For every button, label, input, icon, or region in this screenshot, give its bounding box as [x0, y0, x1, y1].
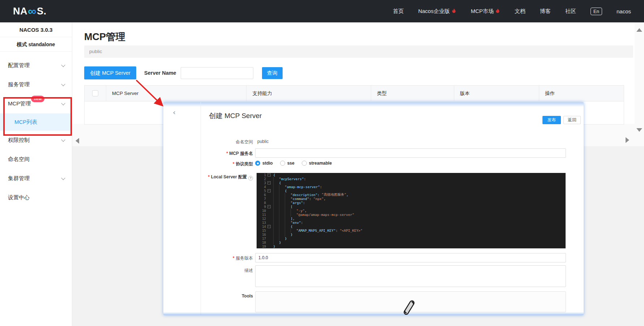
- protocol-radio-group: stdiossestreamable: [255, 160, 339, 166]
- protocol-radio-label[interactable]: stdio: [262, 161, 273, 166]
- sidebar-item-settings[interactable]: 设置中心: [0, 188, 72, 207]
- code-content: "env":: [272, 221, 566, 225]
- help-icon[interactable]: ?: [248, 176, 253, 181]
- publish-button[interactable]: 发布: [542, 116, 561, 124]
- create-mcp-server-button[interactable]: 创建 MCP Server: [84, 66, 136, 79]
- protocol-radio-streamable[interactable]: [302, 161, 307, 166]
- local-config-code-editor[interactable]: 1{2"mcpServers":3{4"amap-mcp-server":5{6…: [257, 173, 566, 248]
- scroll-right-arrow[interactable]: [626, 137, 629, 143]
- navbar-menu: 首页Nacos企业版MCP市场文档博客社区: [393, 8, 576, 15]
- editor-line: 1{: [257, 173, 566, 177]
- line-number: 15: [257, 229, 266, 232]
- code-token: }: [291, 232, 293, 236]
- code-content: }: [272, 236, 566, 240]
- sidebar-item-cluster[interactable]: 集群管理: [0, 169, 72, 188]
- protocol-radio-stdio[interactable]: [255, 161, 260, 166]
- local-config-field-label: Local Server 配置?: [201, 174, 255, 181]
- line-number: 9: [257, 205, 266, 209]
- language-toggle[interactable]: En: [591, 8, 602, 15]
- return-button[interactable]: 返回: [563, 116, 581, 124]
- modal-actions: 发布 返回: [542, 116, 581, 124]
- indent-guide: [273, 236, 279, 240]
- line-number: 17: [257, 237, 266, 240]
- fold-marker-icon[interactable]: [267, 189, 271, 192]
- nav-item-home[interactable]: 首页: [393, 8, 404, 15]
- editor-line: 18}: [257, 240, 566, 244]
- page-title: MCP管理: [84, 30, 125, 43]
- editor-line: 17}: [257, 236, 566, 240]
- sidebar-item-service[interactable]: 服务管理: [0, 75, 72, 94]
- code-token: ,: [324, 197, 326, 201]
- editor-line: 11"@amap/amap-maps-mcp-server": [257, 213, 566, 217]
- line-number: 19: [257, 245, 266, 248]
- fold-marker-icon[interactable]: [267, 205, 271, 208]
- sidebar-mode: 模式 standalone: [0, 37, 72, 52]
- namespace-field-value: public: [257, 139, 269, 144]
- code-token: {: [285, 189, 287, 193]
- wrench-icon: [401, 298, 418, 316]
- nav-item-blog[interactable]: 博客: [540, 8, 551, 15]
- version-input[interactable]: [255, 253, 566, 262]
- indent-guide: [273, 240, 279, 244]
- indent-guide: [285, 232, 291, 236]
- indent-guide: [291, 209, 296, 213]
- fold-column: [266, 205, 272, 208]
- namespace-field-label: 命名空间: [201, 139, 255, 145]
- code-content: }: [272, 232, 566, 236]
- local-config-label-text: Local Server 配置: [211, 174, 247, 179]
- scroll-left-arrow[interactable]: [76, 138, 79, 144]
- vertical-scroll-strip[interactable]: [635, 22, 644, 135]
- back-chevron-icon[interactable]: ‹: [173, 109, 176, 116]
- sidebar-item-auth[interactable]: 权限控制: [0, 131, 72, 150]
- indent-guide: [273, 225, 279, 229]
- code-token: ],: [291, 217, 295, 221]
- code-token: "amap-mcp-server": [285, 185, 320, 189]
- editor-line: 8"args":: [257, 201, 566, 205]
- chevron-down-icon: [61, 82, 65, 86]
- nav-item-mcp-market[interactable]: MCP市场: [471, 8, 500, 15]
- indent-guide: [285, 225, 291, 229]
- logo-text-prefix: NA: [13, 6, 27, 17]
- mcp-name-input[interactable]: [255, 148, 566, 158]
- sidebar-subitem-mcp-list[interactable]: MCP列表: [0, 113, 72, 131]
- scroll-down-arrow[interactable]: [636, 128, 642, 132]
- description-textarea[interactable]: [255, 265, 566, 287]
- server-name-label: Server Name: [144, 70, 176, 76]
- table-header-5: 操作: [539, 86, 624, 101]
- nav-item-docs[interactable]: 文档: [515, 8, 525, 15]
- username-menu[interactable]: nacos: [617, 8, 631, 14]
- code-token: :: [304, 177, 306, 181]
- scroll-up-arrow[interactable]: [636, 28, 642, 32]
- nav-item-enterprise[interactable]: Nacos企业版: [418, 8, 456, 15]
- sidebar-item-namespace[interactable]: 命名空间: [0, 150, 72, 169]
- indent-guide: [273, 213, 279, 217]
- indent-guide: [273, 185, 279, 189]
- query-button[interactable]: 查询: [262, 67, 283, 79]
- namespace-bar[interactable]: public: [84, 45, 633, 58]
- protocol-radio-label[interactable]: sse: [287, 161, 295, 166]
- fold-marker-icon[interactable]: [267, 173, 271, 177]
- nacos-logo[interactable]: NA∞S.: [13, 6, 47, 17]
- chevron-down-icon: [61, 101, 65, 105]
- select-all-checkbox[interactable]: [92, 90, 98, 96]
- code-token: :: [320, 185, 322, 189]
- code-token: :: [303, 201, 305, 205]
- sidebar-item-config[interactable]: 配置管理: [0, 56, 72, 75]
- nav-item-community[interactable]: 社区: [565, 8, 576, 15]
- fold-marker-icon[interactable]: [267, 225, 271, 228]
- code-token: {: [273, 173, 275, 177]
- sidebar-item-mcp[interactable]: MCP管理new: [0, 94, 72, 113]
- indent-guide: [285, 205, 291, 209]
- indent-guide: [285, 213, 291, 217]
- protocol-radio-label[interactable]: streamable: [309, 161, 332, 166]
- editor-line: 2"mcpServers":: [257, 177, 566, 181]
- server-name-input[interactable]: [181, 67, 253, 79]
- sidebar-item-label: 配置管理: [8, 62, 30, 69]
- fold-marker-icon[interactable]: [267, 181, 271, 184]
- code-content: ],: [272, 217, 566, 221]
- code-content: [: [272, 205, 566, 209]
- line-number: 6: [257, 193, 266, 197]
- protocol-radio-sse[interactable]: [280, 161, 285, 166]
- fire-icon: [451, 8, 456, 14]
- nav-item-label: 博客: [540, 8, 551, 15]
